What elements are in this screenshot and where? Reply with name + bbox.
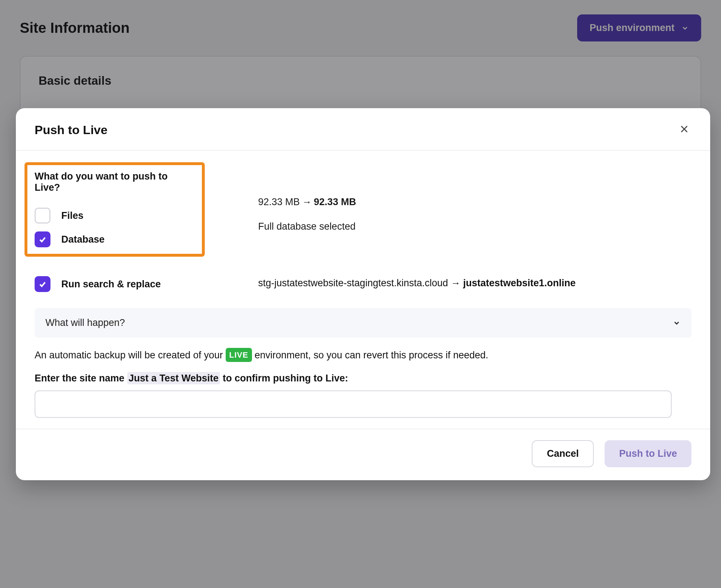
push-question: What do you want to push to Live? [35,171,195,193]
close-button[interactable] [677,123,691,137]
confirm-instruction: Enter the site name Just a Test Website … [35,373,691,384]
check-icon [38,280,47,288]
files-size-detail: 92.33 MB→92.33 MB [258,195,691,209]
live-badge: LIVE [226,348,252,362]
files-label: Files [61,210,84,221]
push-to-live-modal: Push to Live What do you want to push to… [16,108,710,480]
chevron-down-icon [673,319,681,327]
database-checkbox[interactable] [35,231,50,247]
confirm-sitename: Just a Test Website [127,372,220,384]
confirm-sitename-input[interactable] [35,390,672,418]
backup-info: An automatic backup will be created of y… [35,348,691,363]
search-replace-checkbox[interactable] [35,276,50,292]
modal-overlay[interactable]: Push to Live What do you want to push to… [0,0,721,588]
push-to-live-button[interactable]: Push to Live [605,440,691,467]
database-detail: Full database selected [258,220,691,234]
what-will-happen-accordion[interactable]: What will happen? [35,308,691,338]
check-icon [38,235,47,244]
files-checkbox[interactable] [35,208,50,224]
search-replace-detail: stg-justatestwebsite-stagingtest.kinsta.… [258,278,576,289]
cancel-button[interactable]: Cancel [532,440,594,467]
close-icon [679,124,689,134]
modal-title: Push to Live [35,123,107,137]
accordion-label: What will happen? [45,317,125,328]
push-selection-highlight: What do you want to push to Live? Files … [25,162,205,257]
search-replace-label: Run search & replace [61,279,161,290]
database-label: Database [61,234,105,245]
